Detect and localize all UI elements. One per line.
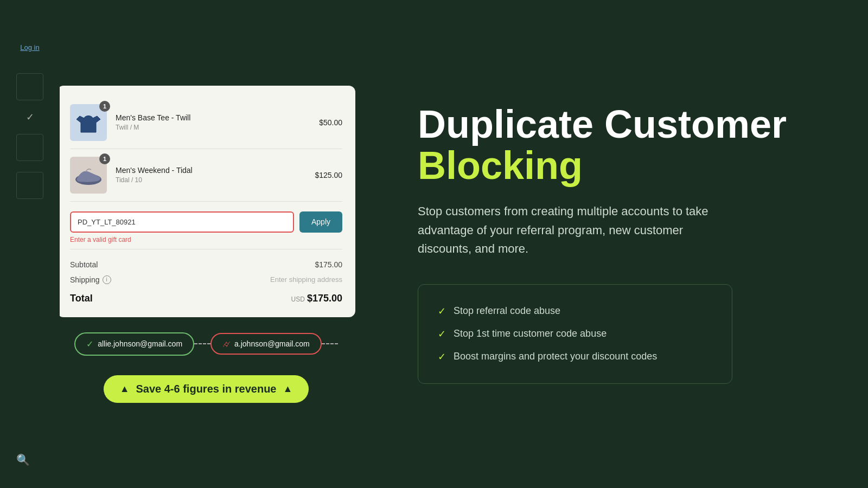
valid-email-text: allie.johnson@gmail.com: [98, 339, 182, 348]
feature-text-3: Boost margins and protect your discount …: [454, 351, 657, 362]
subtotal-row: Subtotal $175.00: [70, 257, 342, 272]
save-banner-text: Save 4-6 figures in revenue: [136, 383, 276, 395]
item-variant-shoe: Tidal / 10: [116, 176, 315, 184]
feature-check-2: ✓: [438, 328, 446, 340]
subtotal-value: $175.00: [315, 260, 342, 269]
item-badge-shoe: 1: [99, 153, 110, 164]
shipping-row: Shipping i Enter shipping address: [70, 272, 342, 287]
sidebar-chevron-icon: ✓: [26, 111, 34, 123]
hero-title-line1: Duplicate Customer: [418, 102, 787, 146]
feature-check-1: ✓: [438, 305, 446, 317]
hero-title: Duplicate Customer Blocking: [418, 104, 830, 186]
cart-card: 1 Men's Base Tee - Twill Twill / M $50.0…: [57, 86, 355, 317]
right-panel: Duplicate Customer Blocking Stop custome…: [380, 0, 868, 488]
cart-item-tshirt: 1 Men's Base Tee - Twill Twill / M $50.0…: [70, 97, 342, 149]
feature-item-3: ✓ Boost margins and protect your discoun…: [438, 345, 712, 368]
discount-row: Apply: [70, 211, 342, 233]
total-row: Total USD$175.00: [70, 287, 342, 306]
feature-item-2: ✓ Stop 1st time customer code abuse: [438, 323, 712, 345]
arrow-up-icon-right: ▲: [283, 383, 293, 395]
left-panel: Log in ✓ 🔍 1 Men's Base Tee - Twill Twil…: [0, 0, 380, 488]
cart-item-shoe: 1 Men's Weekend - Tidal Tidal / 10 $125.…: [70, 149, 342, 202]
check-icon-valid: ✓: [86, 339, 93, 349]
email-pill-invalid: ⌭ a.johnson@gmail.com: [210, 333, 322, 355]
apply-button[interactable]: Apply: [299, 211, 342, 233]
feature-text-2: Stop 1st time customer code abuse: [454, 328, 607, 339]
shipping-placeholder: Enter shipping address: [270, 275, 342, 284]
item-name-tshirt: Men's Base Tee - Twill: [116, 113, 319, 122]
item-image-shoe-wrap: 1: [70, 157, 107, 194]
login-link[interactable]: Log in: [20, 43, 39, 52]
total-currency: USD: [291, 296, 305, 303]
discount-error: Enter a valid gift card: [70, 236, 342, 243]
discount-section: Apply Enter a valid gift card: [70, 202, 342, 249]
discount-input[interactable]: [70, 211, 294, 233]
pill-connector: [194, 343, 210, 344]
sidebar-box-2: [16, 134, 43, 161]
save-banner: ▲ Save 4-6 figures in revenue ▲: [104, 375, 309, 403]
shipping-label: Shipping i: [70, 275, 111, 284]
sidebar-box-3: [16, 172, 43, 199]
email-pills: ✓ allie.johnson@gmail.com ⌭ a.johnson@gm…: [74, 332, 338, 356]
item-name-shoe: Men's Weekend - Tidal: [116, 166, 315, 175]
item-image-tshirt-wrap: 1: [70, 104, 107, 141]
sidebar-box-1: [16, 73, 43, 100]
invalid-email-text: a.johnson@gmail.com: [234, 339, 310, 348]
pill-connector-2: [322, 343, 338, 344]
shipping-info-icon: i: [103, 275, 111, 284]
feature-box: ✓ Stop referral code abuse ✓ Stop 1st ti…: [418, 284, 732, 384]
search-icon[interactable]: 🔍: [16, 453, 30, 466]
item-details-tshirt: Men's Base Tee - Twill Twill / M: [116, 113, 319, 131]
item-price-shoe: $125.00: [315, 171, 342, 179]
feature-text-1: Stop referral code abuse: [454, 305, 560, 317]
subtotal-label: Subtotal: [70, 260, 98, 269]
item-details-shoe: Men's Weekend - Tidal Tidal / 10: [116, 166, 315, 184]
item-variant-tshirt: Twill / M: [116, 124, 319, 131]
summary-section: Subtotal $175.00 Shipping i Enter shippi…: [70, 249, 342, 306]
total-label: Total: [70, 293, 93, 304]
feature-check-3: ✓: [438, 351, 446, 363]
total-value: USD$175.00: [291, 293, 342, 304]
arrow-up-icon-left: ▲: [120, 383, 130, 395]
feature-item-1: ✓ Stop referral code abuse: [438, 300, 712, 323]
block-icon: ⌭: [222, 339, 230, 348]
sidebar: Log in ✓ 🔍: [0, 0, 60, 488]
item-badge-tshirt: 1: [99, 101, 110, 112]
hero-title-line2: Blocking: [418, 144, 583, 187]
item-price-tshirt: $50.00: [319, 118, 342, 127]
email-pill-valid: ✓ allie.johnson@gmail.com: [74, 332, 194, 356]
hero-description: Stop customers from creating multiple ac…: [418, 202, 732, 258]
